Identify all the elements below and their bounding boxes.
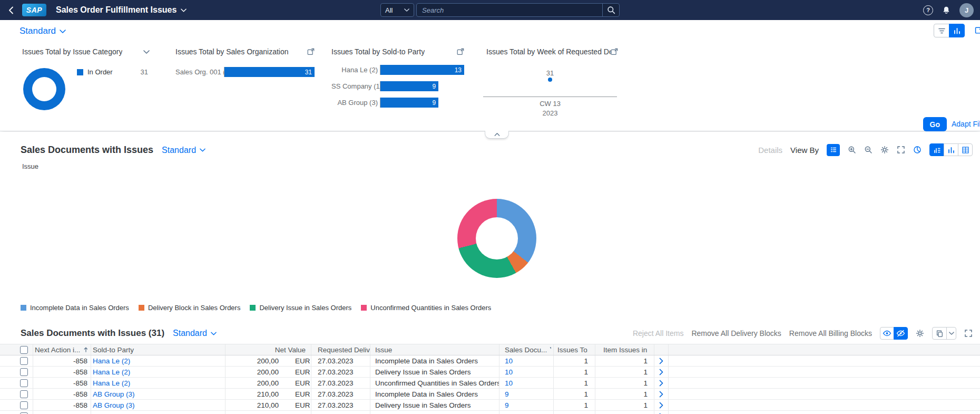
row-navigate-button[interactable]	[654, 400, 668, 410]
row-navigate-button[interactable]	[654, 389, 668, 399]
export-button[interactable]	[975, 25, 980, 34]
sales-document-link[interactable]: 9	[505, 412, 509, 414]
page-variant-selector[interactable]: Standard	[19, 26, 66, 36]
view-chart-button[interactable]	[944, 143, 958, 156]
sold-to-party-link[interactable]: AB Group (3)	[93, 401, 135, 409]
issues-total-cell: 1	[557, 355, 588, 366]
row-checkbox[interactable]	[20, 412, 28, 414]
copy-menu-button[interactable]	[946, 328, 956, 339]
sold-to-party-link[interactable]: AB Group (3)	[93, 412, 135, 414]
sales-document-link[interactable]: 10	[505, 368, 513, 376]
chart-section: Sales Documents with Issues Standard Iss…	[0, 132, 980, 322]
chart-view-button[interactable]	[949, 24, 965, 37]
bar-row[interactable]: Hana Le (2) 13	[331, 65, 464, 75]
eye-slash-icon	[896, 329, 905, 338]
remove-all-billing-blocks-button[interactable]: Remove All Billing Blocks	[789, 329, 872, 338]
search-scope-select[interactable]: All	[380, 3, 414, 17]
column-header-sales-document[interactable]: Sales Docu...	[505, 346, 547, 354]
sales-document-link[interactable]: 9	[505, 401, 509, 409]
row-navigate-button[interactable]	[654, 367, 668, 377]
sold-to-party-link[interactable]: Hana Le (2)	[93, 379, 130, 387]
filterbar-view-button[interactable]	[934, 24, 949, 37]
column-header-requested-delivery[interactable]: Requested Deliv...	[318, 346, 370, 354]
bar-chart-icon	[953, 27, 961, 35]
row-navigate-button[interactable]	[654, 411, 668, 414]
sales-document-link[interactable]: 10	[505, 379, 513, 387]
hide-details-button[interactable]	[894, 327, 908, 340]
table-fullscreen-button[interactable]	[964, 329, 973, 338]
bar-row[interactable]: Sales Org. 001 (... 31	[175, 67, 315, 77]
back-button[interactable]	[8, 6, 14, 14]
table-row: -858 Hana Le (2) 200,00 EUR 27.03.2023 I…	[0, 355, 980, 367]
search-input[interactable]	[417, 4, 602, 16]
sold-to-party-link[interactable]: Hana Le (2)	[93, 368, 130, 376]
chart-table-view-switch	[929, 143, 973, 156]
chart-settings-button[interactable]	[880, 146, 889, 154]
row-checkbox[interactable]	[20, 379, 28, 387]
open-popup-icon[interactable]	[611, 48, 618, 55]
column-header-next-action[interactable]: Next Action i...	[35, 346, 80, 354]
requested-delivery-cell: 27.03.2023	[318, 389, 370, 399]
column-header-issue[interactable]: Issue	[375, 346, 392, 354]
search-button[interactable]	[602, 4, 619, 16]
copy-button[interactable]	[933, 328, 946, 339]
go-button[interactable]: Go	[923, 117, 947, 131]
view-by-button[interactable]: View By	[790, 146, 819, 155]
legend-item[interactable]: Delivery Issue in Sales Orders	[250, 304, 351, 312]
legend-item[interactable]: Unconfirmed Quantities in Sales Orders	[361, 304, 491, 312]
select-all-checkbox[interactable]	[20, 346, 28, 354]
show-details-button[interactable]	[880, 327, 894, 340]
notifications-button[interactable]	[942, 6, 950, 15]
row-navigate-button[interactable]	[654, 378, 668, 388]
open-popup-icon[interactable]	[457, 48, 464, 55]
row-checkbox[interactable]	[20, 357, 28, 365]
table-settings-button[interactable]	[916, 329, 924, 338]
sap-logo-text: SAP	[26, 6, 42, 14]
sold-to-party-link[interactable]: AB Group (3)	[93, 390, 135, 398]
sales-document-link[interactable]: 10	[505, 357, 513, 365]
donut-hole	[476, 217, 518, 259]
chart-fullscreen-button[interactable]	[897, 146, 905, 154]
legend-item[interactable]: Delivery Block in Sales Orders	[139, 304, 241, 312]
zoom-in-button[interactable]	[848, 146, 856, 154]
collapse-header-button[interactable]	[485, 131, 509, 139]
avatar[interactable]: J	[959, 3, 974, 17]
column-header-issues-total[interactable]: Issues To...	[557, 346, 588, 354]
issue-category-donut-chart[interactable]	[23, 68, 65, 110]
zoom-out-button[interactable]	[864, 146, 873, 154]
column-header-item-issues[interactable]: Item Issues in ...	[603, 346, 648, 354]
row-checkbox[interactable]	[20, 390, 28, 398]
bar-row[interactable]: AB Group (3) 9	[331, 98, 464, 108]
column-header-net-value[interactable]: Net Value	[275, 346, 306, 354]
chevron-down-icon[interactable]	[143, 50, 150, 54]
row-checkbox[interactable]	[20, 401, 28, 409]
row-checkbox[interactable]	[20, 368, 28, 376]
adapt-filters-link[interactable]: Adapt Filters	[952, 120, 980, 128]
open-popup-icon[interactable]	[307, 48, 315, 55]
app-title-menu[interactable]: Sales Order Fulfillment Issues	[56, 5, 187, 15]
chart-variant-selector[interactable]: Standard	[162, 146, 205, 155]
issues-donut-chart[interactable]	[457, 199, 536, 278]
sold-to-party-link[interactable]: Hana Le (2)	[93, 357, 130, 365]
shell-actions: ? J	[923, 0, 974, 20]
net-value-cell: 210,00	[226, 400, 279, 410]
bar-row[interactable]: SS Company (1) 9	[331, 81, 464, 91]
view-chart-table-button[interactable]	[929, 143, 944, 156]
sap-logo[interactable]: SAP	[22, 4, 46, 16]
details-button[interactable]: Details	[758, 146, 782, 155]
sales-document-link[interactable]: 9	[505, 390, 509, 398]
legend-toggle-button[interactable]	[827, 144, 840, 156]
help-button[interactable]: ?	[923, 5, 933, 15]
remove-all-delivery-blocks-button[interactable]: Remove All Delivery Blocks	[691, 329, 781, 338]
reject-all-items-button[interactable]: Reject All Items	[633, 329, 683, 338]
column-header-sold-to-party[interactable]: Sold-to Party	[93, 346, 134, 354]
line-chart-point[interactable]	[548, 78, 552, 82]
table-variant-selector[interactable]: Standard	[173, 329, 217, 338]
chevron-up-icon	[494, 133, 500, 136]
chart-type-donut-button[interactable]	[913, 146, 922, 154]
view-table-button[interactable]	[958, 143, 973, 156]
legend-item[interactable]: Incomplete Data in Sales Orders	[21, 304, 129, 312]
sort-ascending-icon	[83, 346, 87, 353]
net-value-cell: 200,00	[226, 355, 279, 366]
row-navigate-button[interactable]	[654, 355, 668, 366]
